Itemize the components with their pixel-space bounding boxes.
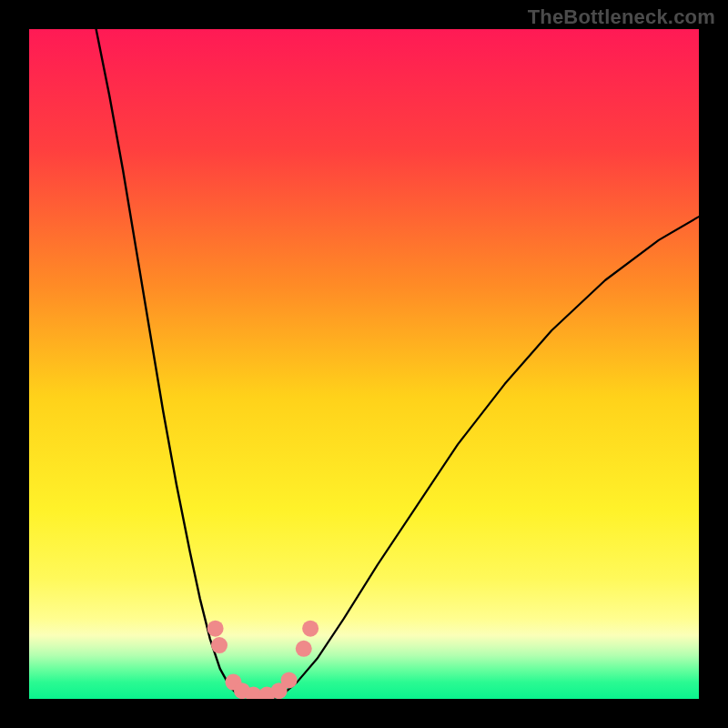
valley-marker-8 [296,641,312,657]
bottleneck-chart [29,29,699,699]
valley-marker-7 [281,672,298,688]
valley-marker-1 [211,637,228,653]
watermark-text: TheBottleneck.com [528,5,715,29]
gradient-background [29,29,699,699]
valley-marker-0 [207,621,224,637]
valley-marker-9 [302,621,318,637]
outer-black-frame: TheBottleneck.com [0,0,728,728]
